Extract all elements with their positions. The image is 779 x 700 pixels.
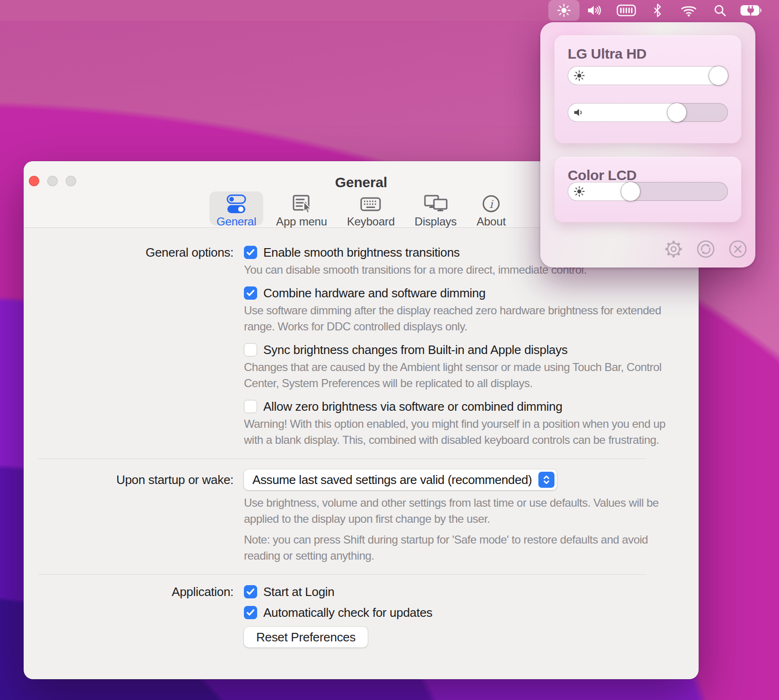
brightness-icon — [573, 70, 585, 82]
checkbox-label: Combine hardware and software dimming — [263, 286, 485, 301]
tab-label: About — [476, 215, 506, 228]
volume-icon — [587, 3, 604, 17]
option-item: Sync brightness changes from Built-in an… — [244, 343, 699, 391]
option-description: Use software dimming after the display r… — [244, 302, 669, 335]
lg-brightness-slider[interactable] — [568, 66, 728, 85]
slider-knob[interactable] — [667, 103, 686, 122]
close-icon[interactable] — [727, 238, 749, 260]
settings-content: General options: Enable smooth brightnes… — [24, 228, 699, 679]
checkbox-label: Start at Login — [263, 585, 334, 599]
battery-charging-icon — [740, 3, 762, 17]
chevron-up-down-icon — [538, 472, 554, 488]
tab-label: General — [216, 215, 256, 228]
general-options-section: General options: Enable smooth brightnes… — [24, 246, 699, 448]
checkbox-label: Enable smooth brightness transitions — [263, 245, 460, 260]
tab-label: Keyboard — [347, 215, 395, 228]
checkbox-label: Sync brightness changes from Built-in an… — [263, 343, 568, 357]
tab-general[interactable]: General — [209, 191, 263, 225]
search-icon — [713, 3, 727, 17]
slider-knob[interactable] — [709, 66, 728, 85]
startup-section: Upon startup or wake: Assume last saved … — [24, 469, 699, 564]
brightness-icon — [573, 186, 585, 198]
display-name: Color LCD — [568, 167, 637, 183]
menubar-volume-item[interactable] — [580, 0, 611, 21]
wifi-icon — [681, 4, 697, 17]
application-section: Application: Start at Login Automaticall… — [24, 585, 699, 648]
checkbox-auto-updates[interactable] — [244, 606, 257, 619]
keyboard-brightness-icon — [616, 3, 636, 17]
checkbox-zero-brightness[interactable] — [244, 400, 257, 413]
volume-icon — [573, 107, 586, 118]
bluetooth-icon — [653, 3, 662, 17]
startup-description: Use brightness, volume and other setting… — [244, 495, 669, 527]
reset-preferences-button[interactable]: Reset Preferences — [244, 627, 368, 648]
slider-knob[interactable] — [621, 182, 640, 201]
option-description: Warning! With this option enabled, you m… — [244, 416, 669, 448]
brightness-popover: LG Ultra HD — [540, 22, 755, 268]
checkbox-combine-dimming[interactable] — [244, 286, 257, 300]
displays-icon — [424, 194, 448, 215]
keyboard-icon — [359, 194, 382, 215]
menubar-search-item[interactable] — [704, 0, 736, 21]
menubar-battery-item[interactable] — [736, 0, 767, 21]
checkbox-start-at-login[interactable] — [244, 585, 257, 598]
checkbox-smooth-transitions[interactable] — [244, 246, 257, 259]
tab-app-menu[interactable]: App menu — [269, 191, 334, 225]
toggles-icon — [225, 194, 248, 215]
display-name: LG Ultra HD — [568, 46, 647, 62]
lg-volume-slider[interactable] — [568, 103, 728, 122]
option-description: Changes that are caused by the Ambient l… — [244, 359, 669, 391]
display-card-lg-ultra-hd: LG Ultra HD — [554, 35, 741, 143]
display-card-color-lcd: Color LCD — [554, 157, 741, 222]
refresh-icon[interactable] — [695, 238, 717, 260]
menu-bar — [0, 0, 779, 21]
startup-mode-dropdown[interactable]: Assume last saved settings are valid (re… — [244, 469, 557, 490]
option-item: Allow zero brightness via software or co… — [244, 400, 699, 448]
popover-footer — [663, 238, 749, 260]
brightness-icon — [557, 3, 571, 17]
menubar-keyboard-brightness-item[interactable] — [611, 0, 642, 21]
tab-label: App menu — [276, 215, 327, 228]
svg-text:i: i — [489, 198, 493, 210]
section-divider — [38, 458, 647, 459]
menubar-brightness-item[interactable] — [548, 0, 580, 21]
menubar-wifi-item[interactable] — [673, 0, 704, 21]
lcd-brightness-slider[interactable] — [568, 182, 728, 201]
tab-label: Displays — [415, 215, 457, 228]
startup-note: Note: you can press Shift during startup… — [244, 532, 669, 564]
section-label: Upon startup or wake: — [24, 469, 234, 486]
info-icon: i — [481, 194, 502, 215]
section-divider — [38, 574, 647, 575]
section-label: Application: — [24, 585, 234, 598]
section-label: General options: — [24, 246, 234, 259]
dropdown-value: Assume last saved settings are valid (re… — [252, 473, 532, 487]
checkbox-label: Automatically check for updates — [263, 605, 433, 620]
checkbox-sync-brightness[interactable] — [244, 343, 257, 356]
menubar-bluetooth-item[interactable] — [642, 0, 673, 21]
tab-about[interactable]: i About — [469, 191, 513, 225]
app-menu-icon — [290, 194, 313, 215]
option-item: Combine hardware and software dimming Us… — [244, 286, 699, 335]
tab-keyboard[interactable]: Keyboard — [340, 191, 402, 225]
tab-displays[interactable]: Displays — [407, 191, 464, 225]
checkbox-label: Allow zero brightness via software or co… — [263, 399, 563, 414]
settings-gear-icon[interactable] — [663, 238, 684, 260]
